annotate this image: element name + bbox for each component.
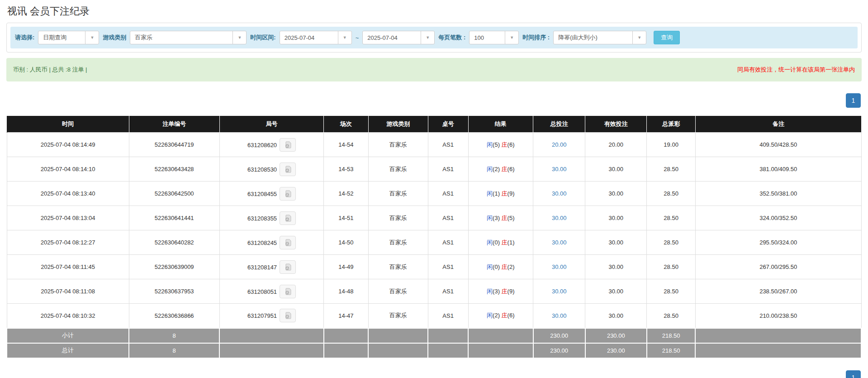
game-type-label: 游戏类别 bbox=[103, 33, 126, 42]
total-bet-link[interactable]: 30.00 bbox=[552, 239, 567, 246]
cell-total-bet: 30.00 bbox=[533, 304, 585, 328]
filter-panel: 请选择: 日期查询 ▼ 游戏类别 百家乐 ▼ 时间区间: 2025-07-04 … bbox=[6, 23, 862, 53]
result-player: 闲 bbox=[487, 263, 493, 270]
cell-result: 闲(2) 庄(6) bbox=[468, 304, 533, 328]
cell-table-no: AS1 bbox=[428, 133, 468, 157]
search-button[interactable]: 查询 bbox=[654, 31, 680, 44]
sort-value: 降幂(由大到小) bbox=[554, 33, 632, 42]
page-title: 视讯 会员下注纪录 bbox=[7, 5, 861, 17]
summary-bar: 币别 : 人民币 | 总共 :8 注单 | 同局有效投注，统一计算在该局第一张注… bbox=[6, 58, 862, 81]
round-number: 631208051 bbox=[247, 288, 277, 295]
round-number: 631208245 bbox=[247, 239, 277, 246]
cell-payout: 28.50 bbox=[647, 230, 696, 255]
page-1-button[interactable]: 1 bbox=[846, 370, 861, 378]
result-banker: 庄 bbox=[502, 215, 508, 221]
cell-total-bet: 30.00 bbox=[533, 157, 585, 182]
result-banker: 庄 bbox=[502, 288, 508, 295]
cell-bet-id: 522630642500 bbox=[129, 182, 219, 206]
video-playback-button[interactable] bbox=[280, 187, 296, 201]
cell-result: 闲(0) 庄(2) bbox=[468, 255, 533, 279]
table-row: 2025-07-04 08:13:04522630641441631208355… bbox=[7, 206, 861, 230]
date-to-select[interactable]: 2025-07-04 ▼ bbox=[362, 31, 435, 44]
cell-time: 2025-07-04 08:13:40 bbox=[7, 182, 129, 206]
video-playback-button[interactable] bbox=[280, 260, 296, 274]
currency-total-text: 币别 : 人民币 | 总共 :8 注单 | bbox=[13, 66, 87, 74]
video-playback-button[interactable] bbox=[280, 285, 296, 298]
cell-time: 2025-07-04 08:11:45 bbox=[7, 255, 129, 279]
round-number: 631208620 bbox=[247, 141, 277, 148]
total-bet-link[interactable]: 30.00 bbox=[552, 263, 567, 270]
round-number: 631207951 bbox=[247, 312, 277, 319]
round-number: 631208355 bbox=[247, 215, 277, 221]
cell-bet-id: 522630641441 bbox=[129, 206, 219, 230]
video-playback-button[interactable] bbox=[280, 309, 296, 322]
column-header: 备注 bbox=[695, 116, 861, 133]
summary-count: 8 bbox=[129, 343, 219, 358]
cell-remark: 267.00/295.50 bbox=[695, 255, 861, 279]
summary-label: 小计 bbox=[7, 328, 129, 343]
cell-total-bet: 30.00 bbox=[533, 255, 585, 279]
table-row: 2025-07-04 08:12:27522630640282631208245… bbox=[7, 230, 861, 255]
total-bet-link[interactable]: 30.00 bbox=[552, 215, 567, 221]
chevron-down-icon: ▼ bbox=[338, 31, 351, 44]
cell-time: 2025-07-04 08:10:32 bbox=[7, 304, 129, 328]
chevron-down-icon: ▼ bbox=[632, 31, 646, 44]
cell-payout: 28.50 bbox=[647, 157, 696, 182]
cell-session: 14-51 bbox=[324, 206, 368, 230]
page-1-button[interactable]: 1 bbox=[846, 93, 861, 108]
cell-table-no: AS1 bbox=[428, 255, 468, 279]
cell-remark: 409.50/428.50 bbox=[695, 133, 861, 157]
cell-session: 14-49 bbox=[324, 255, 368, 279]
total-bet-link[interactable]: 30.00 bbox=[552, 190, 567, 197]
total-bet-link[interactable]: 30.00 bbox=[552, 166, 567, 172]
result-player: 闲 bbox=[487, 166, 493, 172]
summary-payout: 218.50 bbox=[647, 343, 696, 358]
query-type-select[interactable]: 日期查询 ▼ bbox=[38, 31, 99, 44]
table-header-row: 时间注单编号局号场次游戏类别桌号结果总投注有效投注总派彩备注 bbox=[7, 116, 861, 133]
video-playback-button[interactable] bbox=[280, 211, 296, 225]
cell-table-no: AS1 bbox=[428, 206, 468, 230]
summary-remark bbox=[695, 343, 861, 358]
cell-game: 百家乐 bbox=[368, 304, 428, 328]
cell-bet-id: 522630639009 bbox=[129, 255, 219, 279]
chevron-down-icon: ▼ bbox=[505, 31, 518, 44]
per-page-label: 每页笔数 : bbox=[438, 33, 465, 42]
cell-payout: 28.50 bbox=[647, 206, 696, 230]
cell-table-no: AS1 bbox=[428, 157, 468, 182]
video-playback-button[interactable] bbox=[280, 236, 296, 249]
cell-bet-id: 522630637953 bbox=[129, 279, 219, 304]
column-header: 时间 bbox=[7, 116, 129, 133]
date-from-select[interactable]: 2025-07-04 ▼ bbox=[280, 31, 352, 44]
cell-game: 百家乐 bbox=[368, 182, 428, 206]
cell-total-bet: 30.00 bbox=[533, 230, 585, 255]
video-record-icon bbox=[284, 141, 292, 148]
cell-remark: 238.50/267.00 bbox=[695, 279, 861, 304]
cell-total-bet: 30.00 bbox=[533, 279, 585, 304]
cell-total-bet: 30.00 bbox=[533, 182, 585, 206]
total-bet-link[interactable]: 30.00 bbox=[552, 312, 567, 319]
pagination-bottom: 1 bbox=[7, 370, 861, 378]
video-playback-button[interactable] bbox=[280, 163, 296, 176]
cell-total-bet: 20.00 bbox=[533, 133, 585, 157]
page: 视讯 会员下注纪录 请选择: 日期查询 ▼ 游戏类别 百家乐 ▼ 时间区间: 2… bbox=[0, 5, 868, 378]
cell-game: 百家乐 bbox=[368, 279, 428, 304]
column-header: 游戏类别 bbox=[368, 116, 428, 133]
cell-time: 2025-07-04 08:12:27 bbox=[7, 230, 129, 255]
sort-select[interactable]: 降幂(由大到小) ▼ bbox=[553, 31, 646, 44]
video-playback-button[interactable] bbox=[280, 138, 296, 152]
video-record-icon bbox=[284, 263, 292, 271]
cell-remark: 295.50/324.00 bbox=[695, 230, 861, 255]
total-bet-link[interactable]: 30.00 bbox=[552, 288, 567, 295]
cell-payout: 28.50 bbox=[647, 279, 696, 304]
filter-bar: 请选择: 日期查询 ▼ 游戏类别 百家乐 ▼ 时间区间: 2025-07-04 … bbox=[10, 27, 858, 48]
cell-valid-bet: 30.00 bbox=[585, 230, 647, 255]
date-to-value: 2025-07-04 bbox=[363, 34, 421, 41]
column-header: 场次 bbox=[324, 116, 368, 133]
total-bet-link[interactable]: 20.00 bbox=[552, 141, 567, 148]
per-page-select[interactable]: 100 ▼ bbox=[469, 31, 519, 44]
cell-remark: 381.00/409.50 bbox=[695, 157, 861, 182]
cell-game: 百家乐 bbox=[368, 206, 428, 230]
cell-table-no: AS1 bbox=[428, 304, 468, 328]
game-type-select[interactable]: 百家乐 ▼ bbox=[130, 31, 247, 44]
bet-records-table: 时间注单编号局号场次游戏类别桌号结果总投注有效投注总派彩备注 2025-07-0… bbox=[6, 116, 862, 359]
